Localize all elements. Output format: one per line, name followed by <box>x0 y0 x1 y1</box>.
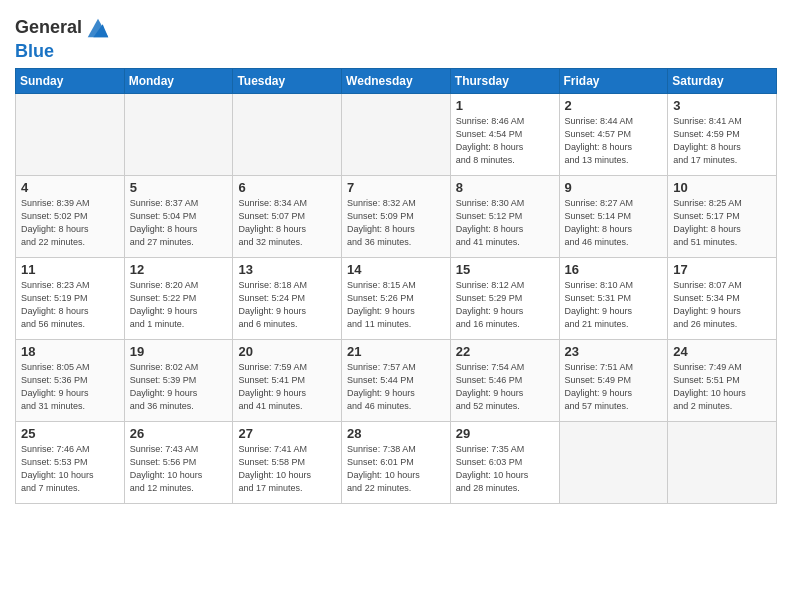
calendar-cell <box>124 93 233 175</box>
calendar-cell <box>668 421 777 503</box>
day-info: Sunrise: 8:07 AM Sunset: 5:34 PM Dayligh… <box>673 279 771 331</box>
day-number: 14 <box>347 262 445 277</box>
day-number: 3 <box>673 98 771 113</box>
calendar-cell <box>233 93 342 175</box>
calendar-table: SundayMondayTuesdayWednesdayThursdayFrid… <box>15 68 777 504</box>
day-info: Sunrise: 8:25 AM Sunset: 5:17 PM Dayligh… <box>673 197 771 249</box>
calendar-cell: 10Sunrise: 8:25 AM Sunset: 5:17 PM Dayli… <box>668 175 777 257</box>
calendar-cell: 25Sunrise: 7:46 AM Sunset: 5:53 PM Dayli… <box>16 421 125 503</box>
day-number: 19 <box>130 344 228 359</box>
day-info: Sunrise: 7:35 AM Sunset: 6:03 PM Dayligh… <box>456 443 554 495</box>
day-info: Sunrise: 7:51 AM Sunset: 5:49 PM Dayligh… <box>565 361 663 413</box>
day-number: 5 <box>130 180 228 195</box>
calendar-cell: 26Sunrise: 7:43 AM Sunset: 5:56 PM Dayli… <box>124 421 233 503</box>
page-container: General Blue SundayMondayTuesdayWednesda… <box>0 0 792 514</box>
calendar-week: 18Sunrise: 8:05 AM Sunset: 5:36 PM Dayli… <box>16 339 777 421</box>
calendar-cell: 23Sunrise: 7:51 AM Sunset: 5:49 PM Dayli… <box>559 339 668 421</box>
day-number: 21 <box>347 344 445 359</box>
day-info: Sunrise: 7:59 AM Sunset: 5:41 PM Dayligh… <box>238 361 336 413</box>
day-number: 24 <box>673 344 771 359</box>
calendar-cell: 14Sunrise: 8:15 AM Sunset: 5:26 PM Dayli… <box>342 257 451 339</box>
header: General Blue <box>15 10 777 62</box>
calendar-cell: 13Sunrise: 8:18 AM Sunset: 5:24 PM Dayli… <box>233 257 342 339</box>
day-number: 23 <box>565 344 663 359</box>
logo-icon <box>84 14 112 42</box>
day-info: Sunrise: 8:39 AM Sunset: 5:02 PM Dayligh… <box>21 197 119 249</box>
day-number: 25 <box>21 426 119 441</box>
calendar-cell: 17Sunrise: 8:07 AM Sunset: 5:34 PM Dayli… <box>668 257 777 339</box>
weekday-header: Wednesday <box>342 68 451 93</box>
calendar-week: 11Sunrise: 8:23 AM Sunset: 5:19 PM Dayli… <box>16 257 777 339</box>
calendar-cell <box>559 421 668 503</box>
day-number: 1 <box>456 98 554 113</box>
day-info: Sunrise: 7:43 AM Sunset: 5:56 PM Dayligh… <box>130 443 228 495</box>
day-info: Sunrise: 8:30 AM Sunset: 5:12 PM Dayligh… <box>456 197 554 249</box>
day-info: Sunrise: 8:34 AM Sunset: 5:07 PM Dayligh… <box>238 197 336 249</box>
calendar-cell: 29Sunrise: 7:35 AM Sunset: 6:03 PM Dayli… <box>450 421 559 503</box>
calendar-header: SundayMondayTuesdayWednesdayThursdayFrid… <box>16 68 777 93</box>
calendar-cell: 18Sunrise: 8:05 AM Sunset: 5:36 PM Dayli… <box>16 339 125 421</box>
day-number: 29 <box>456 426 554 441</box>
calendar-week: 25Sunrise: 7:46 AM Sunset: 5:53 PM Dayli… <box>16 421 777 503</box>
weekday-header: Saturday <box>668 68 777 93</box>
day-number: 27 <box>238 426 336 441</box>
day-info: Sunrise: 8:15 AM Sunset: 5:26 PM Dayligh… <box>347 279 445 331</box>
day-info: Sunrise: 7:54 AM Sunset: 5:46 PM Dayligh… <box>456 361 554 413</box>
calendar-cell: 28Sunrise: 7:38 AM Sunset: 6:01 PM Dayli… <box>342 421 451 503</box>
day-info: Sunrise: 7:49 AM Sunset: 5:51 PM Dayligh… <box>673 361 771 413</box>
calendar-cell: 3Sunrise: 8:41 AM Sunset: 4:59 PM Daylig… <box>668 93 777 175</box>
day-info: Sunrise: 8:20 AM Sunset: 5:22 PM Dayligh… <box>130 279 228 331</box>
calendar-week: 1Sunrise: 8:46 AM Sunset: 4:54 PM Daylig… <box>16 93 777 175</box>
day-number: 10 <box>673 180 771 195</box>
day-info: Sunrise: 7:38 AM Sunset: 6:01 PM Dayligh… <box>347 443 445 495</box>
day-number: 17 <box>673 262 771 277</box>
weekday-header: Monday <box>124 68 233 93</box>
day-number: 20 <box>238 344 336 359</box>
calendar-cell: 4Sunrise: 8:39 AM Sunset: 5:02 PM Daylig… <box>16 175 125 257</box>
calendar-cell: 21Sunrise: 7:57 AM Sunset: 5:44 PM Dayli… <box>342 339 451 421</box>
logo-text: General <box>15 18 82 38</box>
calendar-cell: 12Sunrise: 8:20 AM Sunset: 5:22 PM Dayli… <box>124 257 233 339</box>
calendar-cell: 9Sunrise: 8:27 AM Sunset: 5:14 PM Daylig… <box>559 175 668 257</box>
day-number: 22 <box>456 344 554 359</box>
calendar-cell: 1Sunrise: 8:46 AM Sunset: 4:54 PM Daylig… <box>450 93 559 175</box>
logo-blue-text: Blue <box>15 41 54 61</box>
day-info: Sunrise: 8:44 AM Sunset: 4:57 PM Dayligh… <box>565 115 663 167</box>
day-number: 8 <box>456 180 554 195</box>
calendar-cell: 7Sunrise: 8:32 AM Sunset: 5:09 PM Daylig… <box>342 175 451 257</box>
day-number: 6 <box>238 180 336 195</box>
day-info: Sunrise: 8:37 AM Sunset: 5:04 PM Dayligh… <box>130 197 228 249</box>
day-info: Sunrise: 8:18 AM Sunset: 5:24 PM Dayligh… <box>238 279 336 331</box>
day-info: Sunrise: 8:05 AM Sunset: 5:36 PM Dayligh… <box>21 361 119 413</box>
day-number: 9 <box>565 180 663 195</box>
day-number: 26 <box>130 426 228 441</box>
calendar-cell: 15Sunrise: 8:12 AM Sunset: 5:29 PM Dayli… <box>450 257 559 339</box>
day-number: 15 <box>456 262 554 277</box>
day-number: 12 <box>130 262 228 277</box>
day-number: 28 <box>347 426 445 441</box>
day-info: Sunrise: 8:23 AM Sunset: 5:19 PM Dayligh… <box>21 279 119 331</box>
calendar-cell: 27Sunrise: 7:41 AM Sunset: 5:58 PM Dayli… <box>233 421 342 503</box>
weekday-header: Friday <box>559 68 668 93</box>
day-info: Sunrise: 7:57 AM Sunset: 5:44 PM Dayligh… <box>347 361 445 413</box>
calendar-cell: 22Sunrise: 7:54 AM Sunset: 5:46 PM Dayli… <box>450 339 559 421</box>
calendar-cell: 2Sunrise: 8:44 AM Sunset: 4:57 PM Daylig… <box>559 93 668 175</box>
day-info: Sunrise: 8:46 AM Sunset: 4:54 PM Dayligh… <box>456 115 554 167</box>
day-number: 18 <box>21 344 119 359</box>
day-number: 16 <box>565 262 663 277</box>
weekday-header: Tuesday <box>233 68 342 93</box>
day-number: 4 <box>21 180 119 195</box>
calendar-cell: 19Sunrise: 8:02 AM Sunset: 5:39 PM Dayli… <box>124 339 233 421</box>
day-number: 7 <box>347 180 445 195</box>
day-info: Sunrise: 8:10 AM Sunset: 5:31 PM Dayligh… <box>565 279 663 331</box>
calendar-body: 1Sunrise: 8:46 AM Sunset: 4:54 PM Daylig… <box>16 93 777 503</box>
calendar-cell: 6Sunrise: 8:34 AM Sunset: 5:07 PM Daylig… <box>233 175 342 257</box>
calendar-cell: 5Sunrise: 8:37 AM Sunset: 5:04 PM Daylig… <box>124 175 233 257</box>
day-info: Sunrise: 8:41 AM Sunset: 4:59 PM Dayligh… <box>673 115 771 167</box>
day-info: Sunrise: 8:12 AM Sunset: 5:29 PM Dayligh… <box>456 279 554 331</box>
calendar-week: 4Sunrise: 8:39 AM Sunset: 5:02 PM Daylig… <box>16 175 777 257</box>
calendar-cell: 24Sunrise: 7:49 AM Sunset: 5:51 PM Dayli… <box>668 339 777 421</box>
day-number: 13 <box>238 262 336 277</box>
weekday-header: Thursday <box>450 68 559 93</box>
day-info: Sunrise: 7:41 AM Sunset: 5:58 PM Dayligh… <box>238 443 336 495</box>
